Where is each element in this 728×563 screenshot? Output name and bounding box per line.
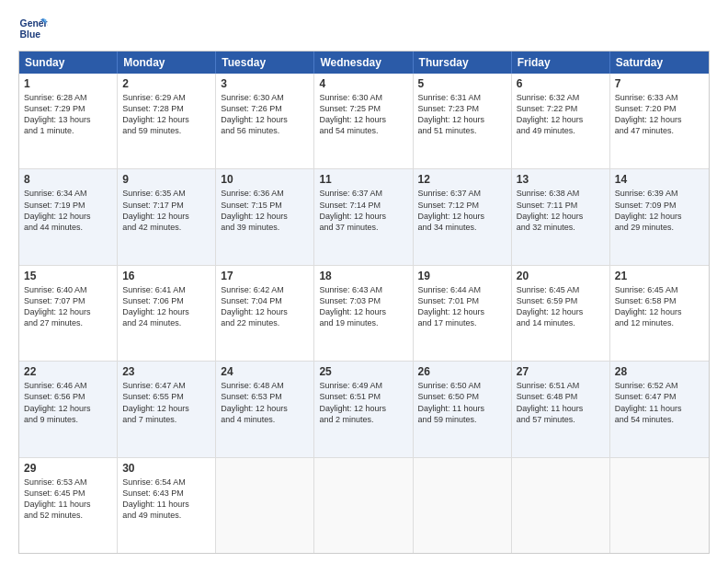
calendar-cell: 9Sunrise: 6:35 AM Sunset: 7:17 PM Daylig… (118, 169, 216, 264)
day-number: 11 (319, 173, 407, 186)
calendar-cell: 18Sunrise: 6:43 AM Sunset: 7:03 PM Dayli… (314, 266, 413, 361)
day-info: Sunrise: 6:36 AM Sunset: 7:15 PM Dayligh… (221, 188, 309, 233)
weekday-header-sunday: Sunday (19, 52, 118, 74)
day-number: 17 (221, 270, 309, 282)
calendar-cell: 30Sunrise: 6:54 AM Sunset: 6:43 PM Dayli… (118, 458, 216, 553)
day-number: 8 (24, 173, 112, 186)
day-number: 1 (24, 77, 112, 90)
day-number: 13 (517, 173, 605, 186)
logo: General Blue (18, 14, 48, 43)
day-info: Sunrise: 6:44 AM Sunset: 7:01 PM Dayligh… (418, 284, 506, 329)
calendar-cell: 2Sunrise: 6:29 AM Sunset: 7:28 PM Daylig… (118, 74, 216, 168)
calendar-row-3: 15Sunrise: 6:40 AM Sunset: 7:07 PM Dayli… (19, 265, 709, 361)
day-number: 6 (517, 77, 605, 90)
day-number: 7 (615, 77, 704, 90)
day-number: 25 (319, 365, 407, 378)
calendar-cell: 15Sunrise: 6:40 AM Sunset: 7:07 PM Dayli… (19, 266, 118, 361)
day-number: 22 (24, 365, 112, 378)
day-number: 18 (319, 270, 407, 282)
svg-text:Blue: Blue (20, 29, 41, 40)
calendar-cell: 14Sunrise: 6:39 AM Sunset: 7:09 PM Dayli… (610, 169, 709, 264)
day-info: Sunrise: 6:37 AM Sunset: 7:12 PM Dayligh… (418, 188, 506, 233)
calendar-cell: 29Sunrise: 6:53 AM Sunset: 6:45 PM Dayli… (19, 458, 118, 553)
day-info: Sunrise: 6:53 AM Sunset: 6:45 PM Dayligh… (24, 477, 112, 522)
day-number: 4 (319, 77, 407, 90)
day-number: 9 (122, 173, 210, 186)
day-info: Sunrise: 6:40 AM Sunset: 7:07 PM Dayligh… (24, 284, 112, 329)
weekday-header-wednesday: Wednesday (314, 52, 413, 74)
day-number: 15 (24, 270, 112, 282)
calendar-cell: 25Sunrise: 6:49 AM Sunset: 6:51 PM Dayli… (314, 362, 413, 456)
day-number: 2 (122, 77, 210, 90)
day-info: Sunrise: 6:51 AM Sunset: 6:48 PM Dayligh… (517, 380, 605, 425)
calendar-cell: 8Sunrise: 6:34 AM Sunset: 7:19 PM Daylig… (19, 169, 118, 264)
calendar-cell (314, 458, 413, 553)
calendar-cell: 10Sunrise: 6:36 AM Sunset: 7:15 PM Dayli… (216, 169, 314, 264)
day-number: 12 (418, 173, 506, 186)
day-info: Sunrise: 6:33 AM Sunset: 7:20 PM Dayligh… (615, 92, 704, 137)
weekday-header-friday: Friday (512, 52, 610, 74)
calendar-cell: 17Sunrise: 6:42 AM Sunset: 7:04 PM Dayli… (216, 266, 314, 361)
weekday-header-monday: Monday (118, 52, 216, 74)
day-info: Sunrise: 6:50 AM Sunset: 6:50 PM Dayligh… (418, 380, 506, 425)
day-number: 19 (418, 270, 506, 282)
calendar-cell: 1Sunrise: 6:28 AM Sunset: 7:29 PM Daylig… (19, 74, 118, 168)
calendar-cell: 6Sunrise: 6:32 AM Sunset: 7:22 PM Daylig… (512, 74, 610, 168)
calendar-cell: 21Sunrise: 6:45 AM Sunset: 6:58 PM Dayli… (610, 266, 709, 361)
day-info: Sunrise: 6:52 AM Sunset: 6:47 PM Dayligh… (615, 380, 704, 425)
calendar-cell: 16Sunrise: 6:41 AM Sunset: 7:06 PM Dayli… (118, 266, 216, 361)
page-header: General Blue (18, 14, 710, 43)
day-info: Sunrise: 6:31 AM Sunset: 7:23 PM Dayligh… (418, 92, 506, 137)
calendar-cell: 24Sunrise: 6:48 AM Sunset: 6:53 PM Dayli… (216, 362, 314, 456)
calendar-cell (216, 458, 314, 553)
calendar-cell (512, 458, 610, 553)
weekday-header-thursday: Thursday (414, 52, 512, 74)
calendar-cell: 5Sunrise: 6:31 AM Sunset: 7:23 PM Daylig… (414, 74, 512, 168)
day-number: 30 (122, 462, 210, 475)
day-info: Sunrise: 6:35 AM Sunset: 7:17 PM Dayligh… (122, 188, 210, 233)
calendar-cell: 23Sunrise: 6:47 AM Sunset: 6:55 PM Dayli… (118, 362, 216, 456)
day-info: Sunrise: 6:38 AM Sunset: 7:11 PM Dayligh… (517, 188, 605, 233)
day-number: 24 (221, 365, 309, 378)
day-info: Sunrise: 6:45 AM Sunset: 6:58 PM Dayligh… (615, 284, 704, 329)
day-info: Sunrise: 6:49 AM Sunset: 6:51 PM Dayligh… (319, 380, 407, 425)
day-info: Sunrise: 6:28 AM Sunset: 7:29 PM Dayligh… (24, 92, 112, 137)
calendar-header: SundayMondayTuesdayWednesdayThursdayFrid… (19, 52, 709, 74)
day-number: 14 (615, 173, 704, 186)
calendar-cell: 4Sunrise: 6:30 AM Sunset: 7:25 PM Daylig… (314, 74, 413, 168)
day-number: 10 (221, 173, 309, 186)
calendar-cell: 27Sunrise: 6:51 AM Sunset: 6:48 PM Dayli… (512, 362, 610, 456)
day-info: Sunrise: 6:29 AM Sunset: 7:28 PM Dayligh… (122, 92, 210, 137)
calendar-row-5: 29Sunrise: 6:53 AM Sunset: 6:45 PM Dayli… (19, 457, 709, 553)
day-info: Sunrise: 6:47 AM Sunset: 6:55 PM Dayligh… (122, 380, 210, 425)
day-info: Sunrise: 6:48 AM Sunset: 6:53 PM Dayligh… (221, 380, 309, 425)
day-number: 21 (615, 270, 704, 282)
day-info: Sunrise: 6:54 AM Sunset: 6:43 PM Dayligh… (122, 477, 210, 522)
calendar-cell: 7Sunrise: 6:33 AM Sunset: 7:20 PM Daylig… (610, 74, 709, 168)
calendar-cell: 26Sunrise: 6:50 AM Sunset: 6:50 PM Dayli… (414, 362, 512, 456)
day-info: Sunrise: 6:30 AM Sunset: 7:25 PM Dayligh… (319, 92, 407, 137)
calendar-cell: 19Sunrise: 6:44 AM Sunset: 7:01 PM Dayli… (414, 266, 512, 361)
day-info: Sunrise: 6:39 AM Sunset: 7:09 PM Dayligh… (615, 188, 704, 233)
calendar-row-2: 8Sunrise: 6:34 AM Sunset: 7:19 PM Daylig… (19, 168, 709, 264)
weekday-header-tuesday: Tuesday (216, 52, 314, 74)
day-info: Sunrise: 6:30 AM Sunset: 7:26 PM Dayligh… (221, 92, 309, 137)
day-number: 28 (615, 365, 704, 378)
calendar-body: 1Sunrise: 6:28 AM Sunset: 7:29 PM Daylig… (19, 74, 709, 553)
logo-icon: General Blue (18, 14, 48, 43)
day-info: Sunrise: 6:37 AM Sunset: 7:14 PM Dayligh… (319, 188, 407, 233)
calendar-cell: 22Sunrise: 6:46 AM Sunset: 6:56 PM Dayli… (19, 362, 118, 456)
day-info: Sunrise: 6:42 AM Sunset: 7:04 PM Dayligh… (221, 284, 309, 329)
calendar-row-1: 1Sunrise: 6:28 AM Sunset: 7:29 PM Daylig… (19, 74, 709, 168)
day-number: 16 (122, 270, 210, 282)
calendar-cell: 11Sunrise: 6:37 AM Sunset: 7:14 PM Dayli… (314, 169, 413, 264)
day-info: Sunrise: 6:46 AM Sunset: 6:56 PM Dayligh… (24, 380, 112, 425)
day-info: Sunrise: 6:45 AM Sunset: 6:59 PM Dayligh… (517, 284, 605, 329)
calendar-cell: 20Sunrise: 6:45 AM Sunset: 6:59 PM Dayli… (512, 266, 610, 361)
calendar-cell (610, 458, 709, 553)
day-number: 3 (221, 77, 309, 90)
calendar-row-4: 22Sunrise: 6:46 AM Sunset: 6:56 PM Dayli… (19, 361, 709, 456)
day-number: 29 (24, 462, 112, 475)
day-info: Sunrise: 6:34 AM Sunset: 7:19 PM Dayligh… (24, 188, 112, 233)
calendar-cell: 28Sunrise: 6:52 AM Sunset: 6:47 PM Dayli… (610, 362, 709, 456)
